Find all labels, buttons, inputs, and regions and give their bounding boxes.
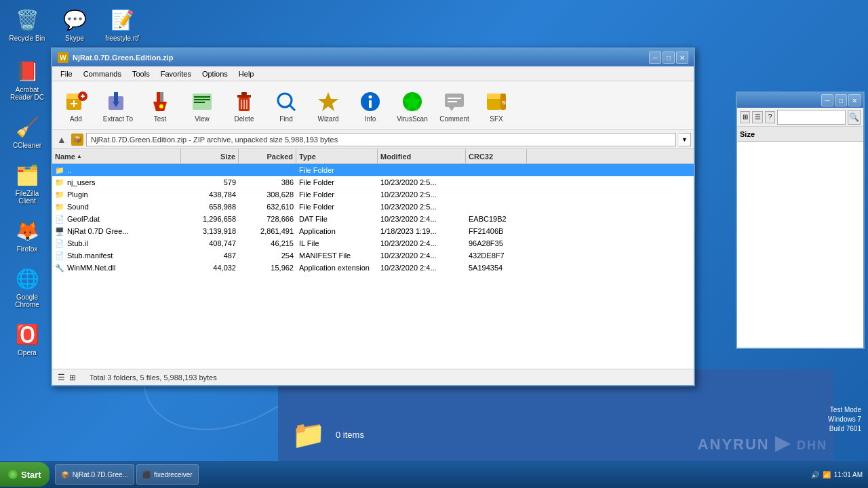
chrome-label: Google Chrome <box>6 293 48 308</box>
file-type: File Folder <box>296 178 378 186</box>
desktop-icon-opera[interactable]: 🅾️ Opera <box>3 318 51 359</box>
sort-arrow: ▲ <box>77 153 82 159</box>
desktop-icon-freestyle[interactable]: 📝 freestyle.rtf <box>98 3 146 45</box>
taskbar-item-fixedreceiver[interactable]: ⬛ fixedreceiver <box>136 464 199 485</box>
toolbar-wizard-button[interactable]: Wizard <box>309 85 348 126</box>
delete-icon <box>231 88 258 115</box>
file-name: nj_users <box>67 178 96 186</box>
file-modified: 10/23/2020 2:5... <box>378 190 466 199</box>
file-modified: 1/18/2023 1:19... <box>378 227 466 235</box>
file-crc: 5A194354 <box>466 264 527 272</box>
file-modified: 10/23/2020 2:4... <box>378 215 466 223</box>
toolbar-add-button[interactable]: Add <box>56 85 96 126</box>
file-row[interactable]: 📄 Stub.manifest 487 254 MANIFEST File 10… <box>52 249 694 262</box>
taskbar-item-winrar[interactable]: 📦 NjRat.0.7D.Gree... <box>55 464 134 485</box>
secondary-restore[interactable]: □ <box>835 94 847 106</box>
menu-tools[interactable]: Tools <box>127 68 155 79</box>
secondary-search[interactable] <box>777 110 846 125</box>
menu-commands[interactable]: Commands <box>78 68 127 79</box>
file-type: File Folder <box>296 190 378 199</box>
status-icon: ☰ <box>58 373 65 382</box>
menu-file[interactable]: File <box>55 68 78 79</box>
file-icon: 📄 <box>55 251 64 260</box>
toolbar-extract-button[interactable]: Extract To <box>98 85 138 126</box>
status-text: Total 3 folders, 5 files, 5,988,193 byte… <box>90 373 217 382</box>
add-icon <box>62 88 90 115</box>
view-icon <box>189 88 216 115</box>
desktop-icon-ccleaner[interactable]: 🧹 CCleaner <box>3 110 51 152</box>
file-row[interactable]: 📁 Plugin 438,784 308,628 File Folder 10/… <box>52 188 694 201</box>
watermark: ANYRUN ▶ DHN <box>698 432 827 454</box>
secondary-help-button[interactable]: ? <box>765 111 775 123</box>
file-row[interactable]: 📄 GeoIP.dat 1,296,658 728,666 DAT File 1… <box>52 213 694 225</box>
toolbar-delete-button[interactable]: Delete <box>224 85 264 126</box>
file-row[interactable]: 📁 .. File Folder <box>52 164 694 176</box>
desktop-icon-chrome[interactable]: 🌐 Google Chrome <box>3 262 51 311</box>
secondary-grid-button[interactable]: ⊞ <box>740 111 750 123</box>
toolbar-sfx-button[interactable]: SFX SFX <box>477 85 516 126</box>
svg-rect-32 <box>445 94 464 107</box>
file-name: NjRat 0.7D Gree... <box>67 227 128 235</box>
col-header-crc[interactable]: CRC32 <box>466 149 527 163</box>
col-header-size[interactable]: Size <box>181 149 239 163</box>
svg-text:SFX: SFX <box>502 100 509 106</box>
virusscan-label: VirusScan <box>397 115 427 123</box>
col-header-name[interactable]: Name ▲ <box>52 149 181 163</box>
file-row[interactable]: 🖥️ NjRat 0.7D Gree... 3,139,918 2,861,49… <box>52 225 694 237</box>
svg-rect-6 <box>82 94 83 98</box>
view-label: View <box>195 115 210 123</box>
status-left: ☰ ⊞ <box>58 373 76 382</box>
toolbar-comment-button[interactable]: Comment <box>435 85 474 126</box>
col-header-modified[interactable]: Modified <box>378 149 466 163</box>
file-row[interactable]: 📁 Sound 658,988 632,610 File Folder 10/2… <box>52 201 694 213</box>
file-crc: 432DE8F7 <box>466 251 527 260</box>
toolbar-virusscan-button[interactable]: VirusScan <box>393 85 432 126</box>
file-type: MANIFEST File <box>296 251 378 260</box>
col-header-type[interactable]: Type <box>296 149 378 163</box>
minimize-button[interactable]: ─ <box>649 52 661 64</box>
menu-options[interactable]: Options <box>197 68 233 79</box>
desktop-icon-recycle-bin[interactable]: 🗑️ Recycle Bin <box>3 3 51 45</box>
sfx-label: SFX <box>490 115 502 123</box>
file-size: 408,747 <box>181 239 239 247</box>
toolbar-test-button[interactable]: Test <box>140 85 180 126</box>
secondary-col-header: Size <box>737 127 863 142</box>
toolbar-info-button[interactable]: Info <box>351 85 390 126</box>
file-crc: EABC19B2 <box>466 215 527 223</box>
file-row[interactable]: 🔧 WinMM.Net.dll 44,032 15,962 Applicatio… <box>52 262 694 274</box>
desktop-icon-filezilla[interactable]: 🗂️ FileZilla Client <box>3 159 51 207</box>
restore-button[interactable]: □ <box>663 52 675 64</box>
skype-label: Skype <box>65 35 84 42</box>
file-row[interactable]: 📄 Stub.il 408,747 46,215 IL File 10/23/2… <box>52 237 694 249</box>
svg-point-13 <box>159 104 163 108</box>
address-dropdown[interactable]: ▼ <box>679 133 691 146</box>
secondary-toolbar: ⊞ ☰ ? 🔍 <box>737 108 863 127</box>
close-button[interactable]: ✕ <box>676 52 688 64</box>
file-row[interactable]: 📁 nj_users 579 386 File Folder 10/23/202… <box>52 176 694 188</box>
start-button[interactable]: Start <box>0 462 50 487</box>
secondary-search-button[interactable]: 🔍 <box>848 110 861 125</box>
menu-favorites[interactable]: Favorites <box>155 68 197 79</box>
menu-help[interactable]: Help <box>233 68 260 79</box>
toolbar-view-button[interactable]: View <box>182 85 222 126</box>
winrar-titlebar: W NjRat.0.7D.Green.Edition.zip ─ □ ✕ <box>52 49 694 66</box>
file-type: Application <box>296 227 378 235</box>
toolbar-find-button[interactable]: Find <box>267 85 306 126</box>
desktop-icon-firefox[interactable]: 🦊 Firefox <box>3 214 51 256</box>
secondary-close[interactable]: ✕ <box>848 94 861 106</box>
file-size: 44,032 <box>181 264 239 272</box>
taskbar: Start 📦 NjRat.0.7D.Gree... ⬛ fixedreceiv… <box>0 461 868 488</box>
file-size: 487 <box>181 251 239 260</box>
svg-rect-21 <box>241 100 242 109</box>
filezilla-icon: 🗂️ <box>14 161 41 188</box>
desktop-icon-acrobat[interactable]: 📕 Acrobat Reader DC <box>3 55 51 104</box>
info-icon <box>357 88 384 115</box>
secondary-list-button[interactable]: ☰ <box>752 111 762 123</box>
firefox-label: Firefox <box>17 245 38 253</box>
secondary-minimize[interactable]: ─ <box>821 94 833 106</box>
file-packed: 46,215 <box>239 239 296 247</box>
col-header-packed[interactable]: Packed <box>239 149 296 163</box>
address-input[interactable]: NjRat.0.7D.Green.Edition.zip - ZIP archi… <box>86 133 676 146</box>
desktop-icon-skype[interactable]: 💬 Skype <box>51 3 98 45</box>
back-button[interactable]: ▲ <box>55 133 68 146</box>
